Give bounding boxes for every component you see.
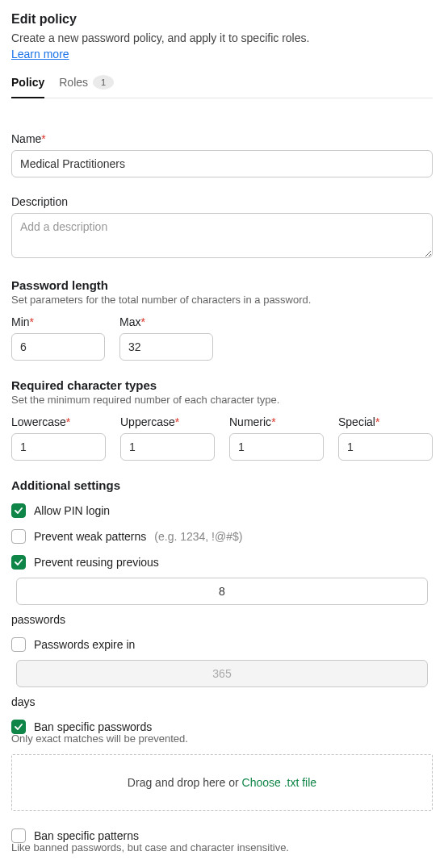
numeric-input[interactable] [229, 433, 324, 461]
prevent-weak-hint: (e.g. 1234, !@#$) [154, 530, 242, 543]
prevent-reuse-post: passwords [11, 613, 65, 626]
additional-title: Additional settings [11, 478, 433, 492]
lowercase-input[interactable] [11, 433, 106, 461]
roles-count-badge: 1 [93, 75, 114, 90]
allow-pin-label: Allow PIN login [34, 504, 110, 517]
prevent-reuse-input[interactable] [16, 578, 428, 605]
prevent-reuse-pre: Prevent reusing previous [34, 556, 159, 569]
check-icon [15, 723, 23, 731]
learn-more-link[interactable]: Learn more [11, 48, 69, 61]
min-input[interactable] [11, 333, 105, 361]
lowercase-label-text: Lowercase [11, 415, 66, 428]
description-label: Description [11, 195, 433, 208]
char-types-title: Required character types [11, 378, 433, 392]
ban-specific-hint: Only exact matches will be prevented. [11, 732, 433, 745]
ban-specific-label: Ban specific passwords [34, 720, 152, 733]
tab-roles[interactable]: Roles 1 [59, 75, 114, 98]
special-label: Special* [338, 415, 433, 428]
special-label-text: Special [338, 415, 375, 428]
page-subtitle: Create a new password policy, and apply … [11, 31, 433, 44]
ban-patterns-hint: Like banned passwords, but case and char… [11, 841, 433, 853]
expire-checkbox[interactable] [11, 637, 26, 652]
required-asterisk: * [30, 315, 34, 328]
numeric-label-text: Numeric [229, 415, 271, 428]
numeric-label: Numeric* [229, 415, 324, 428]
password-length-sub: Set parameters for the total number of c… [11, 294, 433, 306]
required-asterisk: * [66, 415, 70, 428]
tab-policy[interactable]: Policy [11, 75, 44, 98]
min-label: Min* [11, 315, 105, 328]
required-asterisk: * [175, 415, 179, 428]
expire-pre: Passwords expire in [34, 638, 135, 651]
tabs: Policy Roles 1 [11, 75, 433, 98]
lowercase-label: Lowercase* [11, 415, 106, 428]
dropzone-text: Drag and drop here [128, 776, 228, 789]
dropzone[interactable]: Drag and drop here or Choose .txt file [11, 754, 433, 811]
uppercase-label: Uppercase* [120, 415, 215, 428]
password-length-title: Password length [11, 278, 433, 292]
check-icon [15, 558, 23, 566]
expire-input [16, 660, 428, 687]
required-asterisk: * [271, 415, 275, 428]
uppercase-input[interactable] [120, 433, 215, 461]
description-textarea[interactable] [11, 213, 433, 258]
dropzone-or: or [228, 776, 241, 789]
tab-roles-label: Roles [59, 76, 88, 89]
required-asterisk: * [41, 132, 45, 145]
required-asterisk: * [375, 415, 379, 428]
name-input[interactable] [11, 150, 433, 177]
prevent-reuse-checkbox[interactable] [11, 555, 26, 570]
prevent-weak-label: Prevent weak patterns [34, 530, 146, 543]
ban-patterns-label: Ban specific patterns [34, 829, 139, 842]
max-label-text: Max [119, 315, 140, 328]
prevent-weak-checkbox[interactable] [11, 529, 26, 544]
max-input[interactable] [119, 333, 213, 361]
page-title: Edit policy [11, 12, 433, 27]
expire-post: days [11, 695, 36, 708]
char-types-sub: Set the minimum required number of each … [11, 394, 433, 406]
min-label-text: Min [11, 315, 30, 328]
required-asterisk: * [140, 315, 145, 328]
allow-pin-checkbox[interactable] [11, 503, 26, 518]
check-icon [15, 507, 23, 515]
special-input[interactable] [338, 433, 433, 461]
uppercase-label-text: Uppercase [120, 415, 175, 428]
tab-policy-label: Policy [11, 76, 44, 89]
name-label: Name* [11, 132, 433, 145]
max-label: Max* [119, 315, 213, 328]
name-label-text: Name [11, 132, 41, 145]
choose-file-link[interactable]: Choose .txt file [242, 776, 317, 789]
